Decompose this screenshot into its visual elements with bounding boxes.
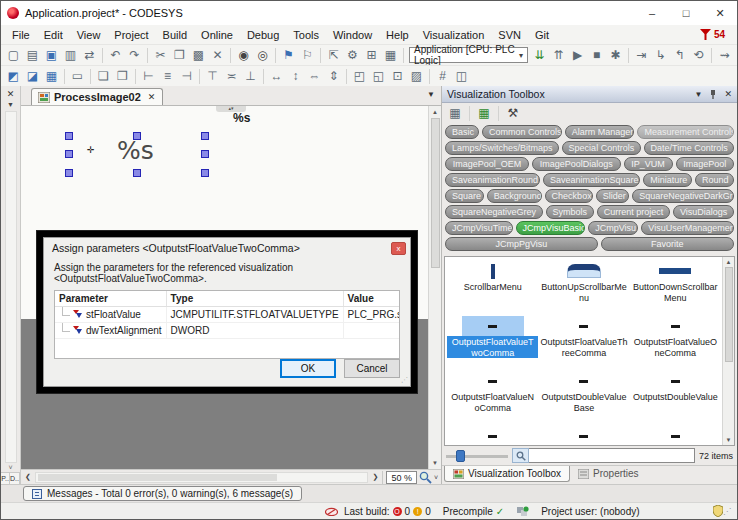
group-icon[interactable]: ❏ xyxy=(94,68,113,85)
paste-icon[interactable]: ▩ xyxy=(189,47,208,64)
menu-debug[interactable]: Debug xyxy=(240,28,286,42)
active-application-combo[interactable]: Application [CPU: PLC Logic] ▾ xyxy=(409,47,528,63)
step-over-icon[interactable]: ⇥ xyxy=(632,47,651,64)
items-vertical-scrollbar[interactable]: ▲ ▼ xyxy=(722,257,734,445)
selected-visu-reference[interactable]: %s xyxy=(117,136,154,165)
grid-icon[interactable]: # xyxy=(433,68,452,85)
redo-icon[interactable]: ↷ xyxy=(125,47,144,64)
menu-project[interactable]: Project xyxy=(107,28,155,42)
align-top-icon[interactable]: ⊤ xyxy=(203,68,222,85)
category-imagepool-oem[interactable]: ImagePool_OEM xyxy=(445,157,529,171)
alarm-flag-icon[interactable] xyxy=(700,29,711,41)
frame-select-icon[interactable]: ◪ xyxy=(23,68,42,85)
compile-icon[interactable]: ▦ xyxy=(381,47,400,64)
new-file-icon[interactable]: ▢ xyxy=(4,47,23,64)
rectangle-icon[interactable]: ▭ xyxy=(68,68,87,85)
delete-icon[interactable]: ✕ xyxy=(208,47,227,64)
tab-visualization-toolbox[interactable]: Visualization Toolbox xyxy=(444,466,570,482)
background-icon[interactable]: ▨ xyxy=(407,68,426,85)
elements-icon[interactable]: ◫ xyxy=(452,68,471,85)
undo-icon[interactable]: ↶ xyxy=(106,47,125,64)
ungroup-icon[interactable]: ❐ xyxy=(113,68,132,85)
category-basic[interactable]: Basic xyxy=(445,125,479,139)
scrollbar-thumb[interactable] xyxy=(431,118,440,268)
toolbox-item[interactable]: ButtonDownScrollbarMenu xyxy=(630,259,721,314)
parameter-value[interactable]: PLC_PRG.stTestFloatValue xyxy=(343,307,400,323)
build-icon[interactable]: ⚙ xyxy=(343,47,362,64)
save-icon[interactable]: ▣ xyxy=(42,47,61,64)
toolbox-item[interactable]: OutputRealValue xyxy=(538,424,629,446)
category-round[interactable]: Round xyxy=(695,173,734,187)
stop-icon[interactable]: ■ xyxy=(587,47,606,64)
cut-icon[interactable]: ✂ xyxy=(151,47,170,64)
category-saveanimationround[interactable]: SaveanimationRound xyxy=(445,173,540,187)
scroll-up-icon[interactable]: ▲ xyxy=(726,257,732,267)
zoom-magnifier-icon[interactable] xyxy=(419,471,432,484)
scrollbar-thumb[interactable] xyxy=(725,267,733,362)
align-center-icon[interactable]: ≡ xyxy=(158,68,177,85)
menu-online[interactable]: Online xyxy=(194,28,240,42)
messages-tab[interactable]: Messages - Total 0 error(s), 0 warning(s… xyxy=(23,486,302,501)
frame-visualization-icon[interactable]: ▦ xyxy=(446,105,464,122)
selection-handle-s[interactable] xyxy=(133,169,141,177)
category-squarenegativegrey[interactable]: SquareNegativeGrey xyxy=(445,205,543,219)
table-row[interactable]: stFloatValue JCMPUTILITF.STFLOATVALUETYP… xyxy=(55,307,400,323)
send-back-icon[interactable]: ◱ xyxy=(369,68,388,85)
menu-help[interactable]: Help xyxy=(379,28,416,42)
scrollbar-track[interactable] xyxy=(35,472,368,483)
category-special-controls[interactable]: Special Controls xyxy=(562,141,641,155)
category-alarm-manager[interactable]: Alarm Manager xyxy=(565,125,635,139)
selection-handle-n[interactable] xyxy=(133,132,141,140)
category-ip-vum[interactable]: IP_VUM xyxy=(624,157,673,171)
close-button[interactable]: ✕ xyxy=(703,1,737,25)
interface-editor-icon[interactable]: ▦ xyxy=(475,105,493,122)
table-row[interactable]: dwTextAlignment DWORD xyxy=(55,323,400,339)
tab-properties[interactable]: Properties xyxy=(570,466,647,481)
slider-thumb[interactable] xyxy=(456,450,465,462)
menu-edit[interactable]: Edit xyxy=(37,28,70,42)
selection-handle-sw[interactable] xyxy=(65,169,73,177)
debug-tools-icon[interactable]: ✱ xyxy=(606,47,625,64)
copy-icon[interactable]: ❐ xyxy=(170,47,189,64)
new-object-icon[interactable]: ⊞ xyxy=(362,47,381,64)
icon-size-slider[interactable] xyxy=(446,450,508,462)
tab-pous[interactable]: P.. xyxy=(1,473,10,484)
category-visuusermanagement[interactable]: VisuUserManagement xyxy=(641,221,734,235)
visualization-canvas[interactable]: ▴▾ %s %s ✛ ▲ ▼ xyxy=(21,106,441,469)
category-imagepool[interactable]: ImagePool xyxy=(676,157,735,171)
panel-close-icon[interactable]: ✕ xyxy=(724,89,732,99)
col-type[interactable]: Type xyxy=(166,291,343,307)
left-panel-dropdown-icon[interactable]: ▼ xyxy=(7,101,14,108)
toolbox-item[interactable]: ButtonUpScrollbarMenu xyxy=(538,259,629,314)
window-resize-grip[interactable]: ⋰ xyxy=(723,507,733,516)
toolbox-item[interactable]: ScrollbarMenu xyxy=(447,259,538,314)
menu-visualization[interactable]: Visualization xyxy=(416,28,492,42)
toolbox-item[interactable]: OutputstDoubleValue xyxy=(630,369,721,424)
zoom-level[interactable]: 50 % xyxy=(386,471,417,484)
category-saveanimationsquare[interactable]: SaveanimationSquare xyxy=(543,173,640,187)
menu-build[interactable]: Build xyxy=(156,28,194,42)
menu-tools[interactable]: Tools xyxy=(286,28,326,42)
editor-vertical-scrollbar[interactable]: ▲ ▼ xyxy=(428,106,441,469)
toolbox-item[interactable]: OutputLRealValue xyxy=(630,424,721,446)
category-jcmpvisutime[interactable]: JCmpVisuTime xyxy=(445,221,513,235)
toolbox-item[interactable]: OutputstFloatValueThreeComma xyxy=(538,314,629,369)
project-user[interactable]: Project user: (nobody) xyxy=(535,506,645,517)
logout-icon[interactable]: ⇈ xyxy=(549,47,568,64)
selection-handle-w[interactable] xyxy=(65,150,73,158)
col-value[interactable]: Value xyxy=(343,291,400,307)
category-jcmpvisubasic[interactable]: JCmpVisuBasic xyxy=(516,221,586,235)
export-icon[interactable]: ⇱ xyxy=(324,47,343,64)
start-icon[interactable]: ▶ xyxy=(568,47,587,64)
toolbox-item[interactable]: OutputstFloatValueNoComma xyxy=(447,369,538,424)
bookmark-next-icon[interactable]: ⚐ xyxy=(298,47,317,64)
chevron-down-icon[interactable]: ˅ xyxy=(434,474,438,481)
dialog-title-bar[interactable]: Assign parameters <OutputstFloatValueTwo… xyxy=(44,238,410,258)
customize-toolbox-icon[interactable]: ⚒ xyxy=(504,105,522,122)
minimize-button[interactable]: – xyxy=(635,1,669,25)
step-out-icon[interactable]: ↰ xyxy=(670,47,689,64)
scroll-down-icon[interactable]: ▼ xyxy=(726,435,732,445)
menu-git[interactable]: Git xyxy=(528,28,556,42)
category-imagepooldialogs[interactable]: ImagePoolDialogs xyxy=(532,157,621,171)
maximize-button[interactable]: □ xyxy=(669,1,703,25)
